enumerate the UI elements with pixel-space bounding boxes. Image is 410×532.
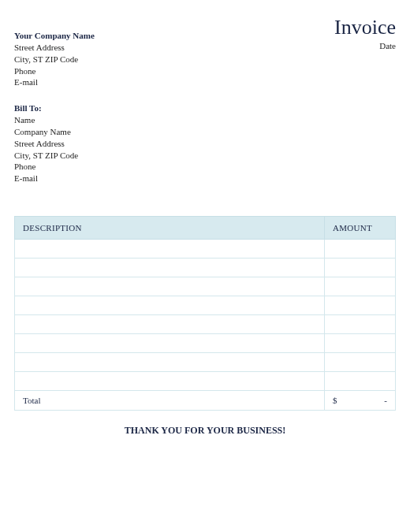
company-phone: Phone xyxy=(14,65,334,77)
title-block: Invoice Date xyxy=(334,16,396,50)
table-row xyxy=(15,259,396,277)
description-cell[interactable] xyxy=(15,277,325,296)
description-cell[interactable] xyxy=(15,296,325,315)
amount-header: AMOUNT xyxy=(325,217,396,240)
date-label: Date xyxy=(334,41,396,50)
company-name-label: Your Company Name xyxy=(14,30,334,42)
invoice-table: DESCRIPTION AMOUNT Total $ - xyxy=(14,216,396,411)
thank-you-message: THANK YOU FOR YOUR BUSINESS! xyxy=(14,425,396,437)
description-cell[interactable] xyxy=(15,315,325,334)
table-row xyxy=(15,240,396,259)
total-label: Total xyxy=(15,391,325,411)
total-currency: $ xyxy=(333,396,337,405)
amount-cell[interactable] xyxy=(325,277,396,296)
amount-cell[interactable] xyxy=(325,372,396,391)
table-row xyxy=(15,334,396,353)
bill-to-phone: Phone xyxy=(14,161,396,173)
table-row xyxy=(15,277,396,296)
invoice-title: Invoice xyxy=(334,16,396,39)
amount-cell[interactable] xyxy=(325,296,396,315)
table-row xyxy=(15,353,396,372)
company-email: E-mail xyxy=(14,76,334,88)
bill-to-block: Bill To: Name Company Name Street Addres… xyxy=(14,102,396,184)
amount-cell[interactable] xyxy=(325,315,396,334)
bill-to-label: Bill To: xyxy=(14,102,396,114)
total-row: Total $ - xyxy=(15,391,396,411)
total-value: - xyxy=(384,396,387,405)
description-cell[interactable] xyxy=(15,334,325,353)
company-city: City, ST ZIP Code xyxy=(14,54,334,65)
bill-to-street: Street Address xyxy=(14,138,396,150)
description-cell[interactable] xyxy=(15,372,325,391)
amount-cell[interactable] xyxy=(325,240,396,259)
description-cell[interactable] xyxy=(15,353,325,372)
bill-to-company: Company Name xyxy=(14,126,396,138)
bill-to-name: Name xyxy=(14,114,396,126)
table-row xyxy=(15,296,396,315)
bill-to-email: E-mail xyxy=(14,173,396,184)
company-street: Street Address xyxy=(14,42,334,54)
amount-cell[interactable] xyxy=(325,334,396,353)
description-header: DESCRIPTION xyxy=(15,217,325,240)
table-row xyxy=(15,315,396,334)
company-block: Your Company Name Street Address City, S… xyxy=(14,16,334,88)
total-amount: $ - xyxy=(325,391,396,411)
header: Your Company Name Street Address City, S… xyxy=(14,16,396,88)
amount-cell[interactable] xyxy=(325,259,396,277)
bill-to-city: City, ST ZIP Code xyxy=(14,150,396,162)
table-body xyxy=(15,240,396,391)
description-cell[interactable] xyxy=(15,240,325,259)
table-row xyxy=(15,372,396,391)
description-cell[interactable] xyxy=(15,259,325,277)
amount-cell[interactable] xyxy=(325,353,396,372)
table-header-row: DESCRIPTION AMOUNT xyxy=(15,217,396,240)
